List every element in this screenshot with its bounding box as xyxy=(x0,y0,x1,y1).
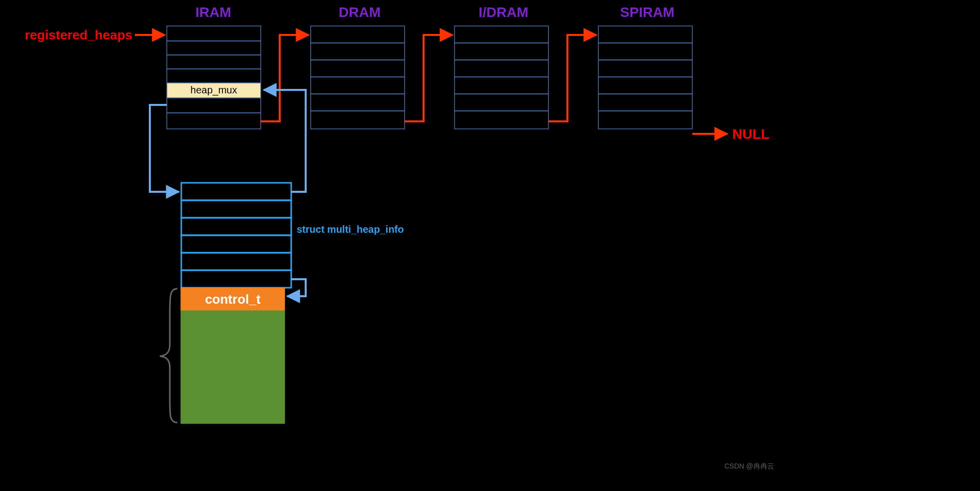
svg-rect-20 xyxy=(598,60,692,77)
svg-rect-28 xyxy=(181,253,291,270)
arrow-iram-dram xyxy=(261,35,309,121)
dram-block xyxy=(311,26,405,129)
multi-heap-info-block xyxy=(181,183,291,288)
heap-mux-text: heap_mux xyxy=(190,84,237,96)
svg-rect-7 xyxy=(311,43,405,60)
watermark: CSDN @冉冉云 xyxy=(724,462,774,470)
null-label: NULL xyxy=(732,126,770,142)
svg-rect-27 xyxy=(181,235,291,253)
iram-block: heap_mux xyxy=(167,26,261,129)
svg-rect-12 xyxy=(455,26,548,43)
idram-block xyxy=(455,26,548,129)
header-idram: I/DRAM xyxy=(479,4,528,20)
svg-rect-0 xyxy=(167,26,261,41)
memory-block xyxy=(181,311,285,424)
arrow-mhi-to-heapmux xyxy=(264,90,306,192)
svg-rect-24 xyxy=(181,183,291,200)
multi-heap-info-label: struct multi_heap_info xyxy=(297,224,404,235)
svg-rect-6 xyxy=(311,26,405,43)
svg-rect-3 xyxy=(167,69,261,83)
svg-rect-13 xyxy=(455,43,548,60)
heap-diagram: IRAM DRAM I/DRAM SPIRAM registered_heaps… xyxy=(0,0,980,491)
header-iram: IRAM xyxy=(195,4,231,20)
svg-rect-21 xyxy=(598,77,692,94)
brace-icon xyxy=(160,289,177,423)
svg-rect-11 xyxy=(311,111,405,129)
svg-rect-16 xyxy=(455,94,548,111)
svg-rect-14 xyxy=(455,60,548,77)
svg-rect-25 xyxy=(181,200,291,218)
svg-rect-29 xyxy=(181,270,291,288)
registered-heaps-label: registered_heaps xyxy=(25,27,132,42)
svg-rect-17 xyxy=(455,111,548,129)
arrow-iram-to-mhi xyxy=(150,105,179,192)
svg-rect-4 xyxy=(167,98,261,113)
svg-rect-10 xyxy=(311,94,405,111)
svg-rect-15 xyxy=(455,77,548,94)
svg-rect-23 xyxy=(598,111,692,129)
svg-rect-26 xyxy=(181,218,291,235)
header-dram: DRAM xyxy=(339,4,381,20)
svg-rect-9 xyxy=(311,77,405,94)
arrow-idram-spiram xyxy=(548,35,596,121)
svg-rect-5 xyxy=(167,113,261,129)
svg-rect-18 xyxy=(598,26,692,43)
svg-rect-22 xyxy=(598,94,692,111)
header-spiram: SPIRAM xyxy=(620,4,675,20)
arrow-dram-idram xyxy=(405,35,453,121)
svg-rect-8 xyxy=(311,60,405,77)
svg-rect-2 xyxy=(167,55,261,69)
svg-rect-1 xyxy=(167,41,261,55)
svg-rect-19 xyxy=(598,43,692,60)
control-t-text: control_t xyxy=(205,292,261,307)
spiram-block xyxy=(598,26,692,129)
